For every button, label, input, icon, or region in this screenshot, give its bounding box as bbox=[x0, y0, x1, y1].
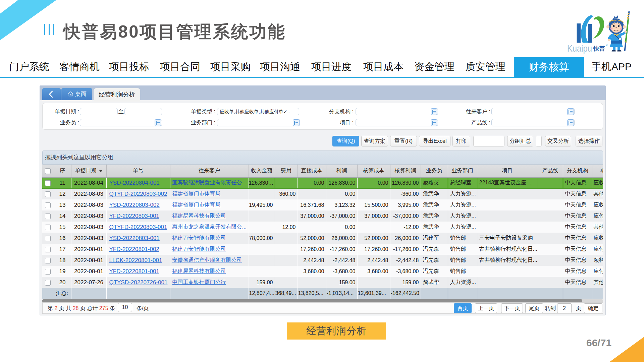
svg-text:R: R bbox=[606, 44, 607, 46]
svg-text:Kuaipu: Kuaipu bbox=[567, 43, 592, 54]
svg-text:快普: 快普 bbox=[593, 45, 605, 52]
